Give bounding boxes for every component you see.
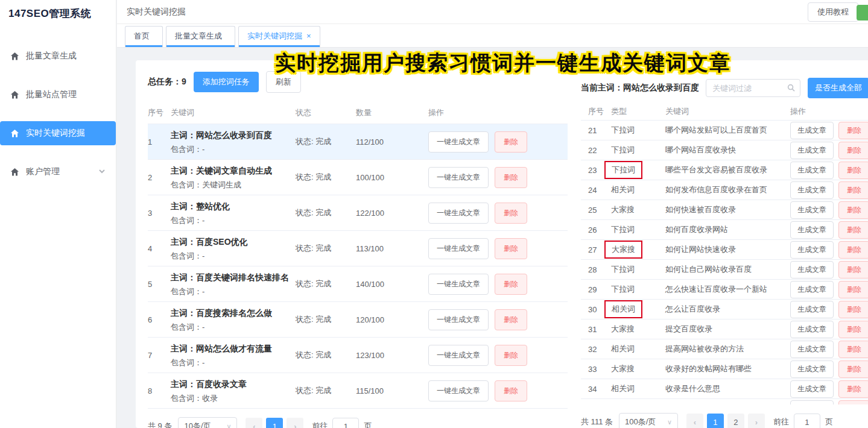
generate-article-button[interactable]: 生成文章	[790, 241, 834, 259]
generate-article-button[interactable]: 一键生成文章	[428, 203, 489, 224]
table-row[interactable]: 5 主词：百度关键词排名快速排名 包含词：- 状态: 完成 140/100 一键…	[148, 266, 568, 302]
next-page-button[interactable]: ›	[748, 414, 765, 428]
generate-article-button[interactable]: 生成文章	[790, 142, 834, 159]
table-row[interactable]: 2 主词：关键词文章自动生成 包含词：关键词生成 状态: 完成 100/100 …	[148, 160, 568, 195]
sidebar-item[interactable]: 实时关键词挖掘	[0, 121, 116, 145]
delete-button[interactable]: 删除	[495, 380, 527, 401]
generate-article-button[interactable]: 一键生成文章	[428, 345, 489, 366]
generate-article-button[interactable]: 一键生成文章	[428, 380, 489, 401]
close-icon[interactable]: ×	[306, 31, 311, 40]
delete-button[interactable]: 删除	[838, 201, 868, 219]
prev-page-button[interactable]: ‹	[246, 418, 262, 428]
delete-button[interactable]: 删除	[838, 181, 868, 199]
table-row[interactable]: 26 下拉词 如何百度收录网站 生成文章 删除	[581, 220, 868, 240]
tab[interactable]: 实时关键词挖掘×	[238, 26, 320, 47]
generate-article-button[interactable]: 一键生成文章	[428, 274, 489, 295]
delete-button[interactable]: 删除	[495, 238, 527, 259]
table-row[interactable]: 29 下拉词 怎么快速让百度收录一个新站 生成文章 删除	[581, 280, 868, 300]
delete-button[interactable]: 删除	[495, 274, 527, 295]
delete-button[interactable]: 删除	[838, 122, 868, 139]
table-row[interactable]: 27 大家搜 如何让网站快速收录 生成文章 删除	[581, 240, 868, 260]
generate-all-button[interactable]: 是否生成全部	[808, 78, 868, 98]
delete-button[interactable]: 删除	[838, 261, 868, 279]
page-number[interactable]: 1	[266, 418, 283, 428]
page-size-select[interactable]: 10条/页 ∨	[178, 417, 237, 428]
generate-article-button[interactable]: 一键生成文章	[428, 167, 489, 188]
table-row[interactable]: 3 主词：整站优化 包含词：- 状态: 完成 122/100 一键生成文章 删除	[148, 195, 568, 231]
table-row[interactable]: 8 主词：百度收录文章 包含词：收录 状态: 完成 115/100 一键生成文章…	[148, 373, 568, 409]
row-no: 29	[588, 285, 611, 294]
delete-button[interactable]: 删除	[495, 203, 527, 224]
generate-article-button[interactable]: 生成文章	[790, 321, 834, 338]
table-row[interactable]: 35 下拉词 新站百度秒收录 生成文章 删除	[581, 399, 868, 404]
table-row[interactable]: 22 下拉词 哪个网站百度收录快 生成文章 删除	[581, 140, 868, 160]
generate-article-button[interactable]: 生成文章	[790, 162, 834, 179]
delete-button[interactable]: 删除	[495, 167, 527, 188]
generate-article-button[interactable]: 生成文章	[790, 301, 834, 318]
table-row[interactable]: 23 下拉词 哪些平台发文容易被百度收录 生成文章 删除	[581, 160, 868, 180]
add-task-button[interactable]: 添加挖词任务	[194, 72, 259, 92]
row-keyword: 如何让自己网站收录百度	[665, 264, 790, 275]
table-row[interactable]: 32 相关词 提高网站被收录的方法 生成文章 删除	[581, 339, 868, 359]
delete-button[interactable]: 删除	[838, 281, 868, 298]
generate-article-button[interactable]: 一键生成文章	[428, 238, 489, 259]
delete-button[interactable]: 删除	[495, 309, 527, 330]
total-tasks-label: 总任务：9	[148, 77, 186, 87]
generate-article-button[interactable]: 生成文章	[790, 261, 834, 279]
search-icon	[787, 84, 795, 92]
table-row[interactable]: 4 主词：百度SEO优化 包含词：- 状态: 完成 113/100 一键生成文章…	[148, 231, 568, 266]
keyword-filter-input[interactable]	[706, 79, 800, 97]
row-keyword: 哪个网站百度收录快	[665, 145, 790, 156]
table-row[interactable]: 21 下拉词 哪个网站发贴可以上百度首页 生成文章 删除	[581, 121, 868, 140]
generate-article-button[interactable]: 生成文章	[790, 400, 834, 405]
generate-article-button[interactable]: 生成文章	[790, 360, 834, 378]
tutorial-button[interactable]: 使用教程	[808, 2, 858, 22]
prev-page-button[interactable]: ‹	[686, 414, 703, 428]
generate-article-button[interactable]: 一键生成文章	[428, 131, 489, 153]
generate-article-button[interactable]: 生成文章	[790, 201, 834, 219]
delete-button[interactable]: 删除	[838, 400, 868, 405]
delete-button[interactable]: 删除	[495, 131, 527, 153]
sidebar-item[interactable]: 批量文章生成	[0, 44, 116, 68]
table-row[interactable]: 7 主词：网站怎么做才有流量 包含词：- 状态: 完成 123/100 一键生成…	[148, 338, 568, 373]
delete-button[interactable]: 删除	[838, 221, 868, 239]
delete-button[interactable]: 删除	[838, 301, 868, 318]
delete-button[interactable]: 删除	[838, 321, 868, 338]
generate-article-button[interactable]: 生成文章	[790, 341, 834, 358]
table-row[interactable]: 24 相关词 如何发布信息百度收录在首页 生成文章 删除	[581, 180, 868, 200]
generate-article-button[interactable]: 生成文章	[790, 380, 834, 398]
generate-article-button[interactable]: 生成文章	[790, 181, 834, 199]
top-bar: 实时关键词挖掘 使用教程	[117, 0, 868, 24]
tab[interactable]: 批量文章生成	[166, 26, 235, 47]
table-row[interactable]: 30 相关词 怎么让百度收录 生成文章 删除	[581, 300, 868, 319]
delete-button[interactable]: 删除	[838, 142, 868, 159]
next-page-button[interactable]: ›	[287, 418, 303, 428]
delete-button[interactable]: 删除	[838, 380, 868, 398]
generate-article-button[interactable]: 生成文章	[790, 221, 834, 239]
table-row[interactable]: 6 主词：百度搜索排名怎么做 包含词：- 状态: 完成 120/100 一键生成…	[148, 302, 568, 338]
generate-article-button[interactable]: 一键生成文章	[428, 309, 489, 330]
page-number[interactable]: 2	[727, 414, 744, 428]
delete-button[interactable]: 删除	[838, 341, 868, 358]
delete-button[interactable]: 删除	[838, 241, 868, 259]
goto-page-input[interactable]	[794, 414, 820, 428]
tab[interactable]: 首页	[125, 26, 163, 47]
generate-article-button[interactable]: 生成文章	[790, 281, 834, 298]
table-row[interactable]: 1 主词：网站怎么收录到百度 包含词：- 状态: 完成 112/100 一键生成…	[148, 124, 568, 160]
delete-button[interactable]: 删除	[838, 162, 868, 179]
delete-button[interactable]: 删除	[495, 345, 527, 366]
table-row[interactable]: 34 相关词 收录是什么意思 生成文章 删除	[581, 379, 868, 399]
sidebar-item[interactable]: 账户管理	[0, 160, 116, 184]
page-size-select[interactable]: 100条/页 ∨	[619, 413, 678, 428]
goto-page-input[interactable]	[332, 418, 359, 428]
page-number[interactable]: 1	[707, 414, 724, 428]
generate-article-button[interactable]: 生成文章	[790, 122, 834, 139]
delete-button[interactable]: 删除	[838, 360, 868, 378]
table-row[interactable]: 31 大家搜 提交百度收录 生成文章 删除	[581, 319, 868, 339]
green-action-button[interactable]	[857, 5, 868, 20]
keyword-panel: 当前主词：网站怎么收录到百度 是否生成全部 序号 类型 关键词 操作 21 下拉…	[581, 78, 868, 428]
table-row[interactable]: 28 下拉词 如何让自己网站收录百度 生成文章 删除	[581, 260, 868, 280]
sidebar-item[interactable]: 批量站点管理	[0, 83, 116, 107]
table-row[interactable]: 25 大家搜 如何快速被百度收录 生成文章 删除	[581, 200, 868, 220]
table-row[interactable]: 33 大家搜 收录好的发帖网站有哪些 生成文章 删除	[581, 359, 868, 379]
